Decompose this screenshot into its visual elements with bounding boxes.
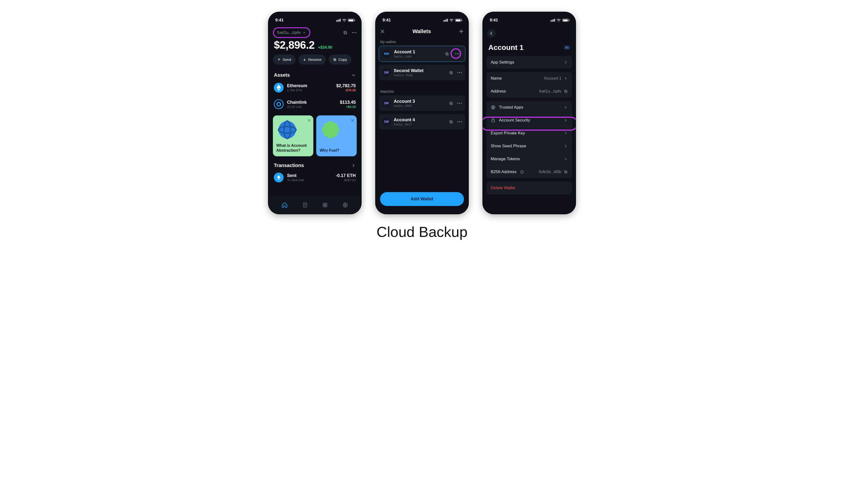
- copy-small-icon: [333, 58, 336, 61]
- promo-card[interactable]: ✕ What is Account Abstraction?: [273, 115, 313, 156]
- setting-manage-tokens[interactable]: Manage Tokens: [486, 153, 572, 165]
- setting-label: Trusted Apps: [499, 105, 523, 110]
- assets-section: Assets: [268, 69, 361, 79]
- plus-icon[interactable]: [459, 29, 464, 34]
- svg-rect-35: [451, 103, 453, 105]
- chevron-right-icon: [351, 163, 356, 168]
- close-icon[interactable]: [380, 29, 385, 34]
- settings-group: App Settings: [486, 56, 572, 69]
- back-nav: [483, 26, 576, 39]
- chainlink-icon: [274, 99, 284, 109]
- chevron-right-icon: [564, 118, 568, 122]
- copy-icon[interactable]: [449, 101, 453, 105]
- more-icon[interactable]: [453, 51, 462, 56]
- asset-value: $113.45: [340, 100, 356, 105]
- setting-show-seed-phrase[interactable]: Show Seed Phrase: [486, 140, 572, 153]
- svg-rect-41: [450, 120, 452, 123]
- setting-export-private-key[interactable]: Export Private Key: [486, 127, 572, 140]
- wallet-item[interactable]: SW Second Wallet fuel1m...6w5j: [379, 65, 465, 80]
- wallet-sub: fuel1o...eR4t: [394, 104, 415, 108]
- more-icon[interactable]: [457, 103, 462, 104]
- copy-icon[interactable]: [445, 52, 449, 56]
- address-selector[interactable]: fuel1u...zq4v: [273, 27, 311, 38]
- setting-label: Export Private Key: [491, 131, 525, 136]
- send-button[interactable]: Send: [273, 55, 296, 65]
- setting-label: Show Seed Phrase: [491, 144, 526, 148]
- copy-icon[interactable]: [449, 71, 453, 75]
- setting-label: Address: [491, 89, 506, 94]
- ethereum-icon: [274, 83, 284, 92]
- copy-icon[interactable]: [343, 31, 348, 35]
- tab-apps[interactable]: [322, 202, 328, 208]
- signal-icon: [443, 19, 448, 22]
- txn-sub: To Jack.fuel: [287, 178, 304, 182]
- tab-activity[interactable]: [302, 202, 308, 208]
- setting-delete-wallet[interactable]: Delete Wallet: [486, 182, 572, 194]
- more-icon[interactable]: [352, 32, 357, 33]
- chevron-right-icon: [564, 76, 568, 80]
- chevron-down-icon: [303, 31, 306, 34]
- tab-home[interactable]: [281, 202, 288, 208]
- back-button[interactable]: [487, 29, 496, 37]
- txn-value: -0.17 ETH: [336, 173, 356, 178]
- tab-browser[interactable]: [342, 202, 348, 208]
- svg-rect-48: [492, 120, 495, 122]
- copy-button[interactable]: Copy: [329, 55, 351, 65]
- setting-value: fuel1u...zq4v: [539, 89, 561, 93]
- add-wallet-button[interactable]: Add Wallet: [380, 192, 464, 206]
- close-icon[interactable]: ✕: [351, 118, 354, 123]
- account-title-row: Account 1 A1: [483, 39, 576, 56]
- svg-rect-51: [564, 171, 566, 173]
- setting-trusted-apps[interactable]: Trusted Apps: [486, 101, 572, 114]
- chevron-right-icon: [564, 60, 568, 64]
- wallet-title: Account 3: [394, 99, 415, 104]
- setting-name[interactable]: Name Account 1: [486, 72, 572, 85]
- settings-group: Name Account 1 Address fuel1u...zq4v: [486, 72, 572, 97]
- svg-point-3: [354, 32, 355, 33]
- clover-icon: [320, 119, 341, 141]
- status-icons: [443, 19, 461, 22]
- setting-app-settings[interactable]: App Settings: [486, 56, 572, 69]
- svg-rect-40: [451, 121, 453, 123]
- asset-row[interactable]: Chainlink 23.10 Link $113.45 +$3.10: [268, 96, 361, 112]
- action-row: Send Receive Copy: [268, 54, 361, 69]
- transaction-row[interactable]: Sent To Jack.fuel -0.17 ETH $287.02: [268, 170, 361, 182]
- arrow-up-icon: [277, 58, 281, 61]
- wallet-item[interactable]: MW Account 1 fuel1u...zq4v: [379, 46, 465, 62]
- copy-icon[interactable]: [449, 120, 453, 124]
- promo-card[interactable]: ✕ Why Fuel?: [316, 115, 357, 156]
- status-bar: 9:41: [376, 12, 468, 26]
- copy-icon[interactable]: [564, 170, 568, 174]
- chevron-right-icon: [564, 131, 568, 135]
- svg-point-27: [455, 53, 456, 54]
- setting-account-security[interactable]: Account Security: [486, 114, 572, 127]
- close-icon[interactable]: ✕: [307, 118, 311, 123]
- my-wallets-list: MW Account 1 fuel1u...zq4v SW Second Wal…: [376, 46, 468, 80]
- wifi-icon: [342, 19, 347, 22]
- status-bar: 9:41: [483, 12, 576, 26]
- promo-label: What is Account Abstraction?: [276, 143, 310, 153]
- svg-point-43: [459, 121, 460, 122]
- svg-point-7: [279, 121, 296, 139]
- transactions-title: Transactions: [274, 163, 304, 168]
- setting-address[interactable]: Address fuel1u...zq4v: [486, 85, 572, 97]
- receive-button[interactable]: Receive: [298, 55, 326, 65]
- copy-icon[interactable]: [564, 89, 568, 93]
- transactions-header[interactable]: Transactions: [274, 163, 356, 168]
- more-icon[interactable]: [457, 121, 462, 123]
- balance-amount: $2,896.2: [274, 39, 315, 51]
- assets-header[interactable]: Assets: [274, 72, 356, 78]
- setting-b256-address[interactable]: B256 Address 0xfe3d...bf5b: [486, 165, 572, 178]
- wallet-item[interactable]: SW Account 3 fuel1o...eR4t: [379, 95, 465, 111]
- svg-point-44: [461, 121, 462, 122]
- asset-row[interactable]: Ethereum 1.764 ETH $2,782.75 -$78.28: [268, 79, 361, 96]
- transactions-section: Transactions: [268, 159, 361, 170]
- asset-sub: 23.10 Link: [287, 105, 307, 109]
- watchlist: SW Account 3 fuel1o...eR4t SW Account 4 …: [376, 95, 468, 129]
- ethereum-icon: [274, 173, 284, 182]
- wallet-item[interactable]: SW Account 4 fuel1p...4e17: [379, 114, 465, 129]
- info-icon[interactable]: [520, 170, 524, 174]
- more-icon[interactable]: [457, 72, 462, 73]
- battery-icon: [562, 19, 569, 22]
- setting-label: Name: [491, 76, 502, 81]
